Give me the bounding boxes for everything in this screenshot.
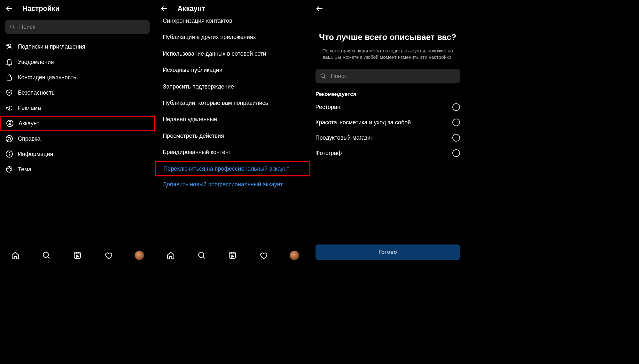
svg-point-8 bbox=[9, 152, 10, 153]
option-label: Продуктовый магазин bbox=[316, 135, 374, 141]
menu-item-ads[interactable]: Реклама bbox=[0, 100, 155, 116]
bottom-nav bbox=[155, 246, 310, 264]
account-menu: Синхронизация контактов Публикация в дру… bbox=[155, 17, 310, 246]
recommended-label: Рекомендуется bbox=[316, 91, 460, 97]
menu-label: Уведомления bbox=[18, 59, 54, 66]
screen-settings: Настройки Поиск Подписки и приглашения У… bbox=[0, 0, 155, 264]
option-label: Ресторан bbox=[316, 104, 340, 111]
menu-item-follow-invite[interactable]: Подписки и приглашения bbox=[0, 39, 155, 54]
menu-label: Конфиденциальность bbox=[18, 74, 76, 81]
svg-point-0 bbox=[11, 25, 14, 28]
svg-point-1 bbox=[8, 44, 11, 47]
menu-item-notifications[interactable]: Уведомления bbox=[0, 54, 155, 70]
menu-item-theme[interactable]: Тема bbox=[0, 162, 155, 177]
menu-item-help[interactable]: Справка bbox=[0, 131, 155, 146]
menu-label: Тема bbox=[18, 166, 31, 173]
menu-label: Аккаунт bbox=[19, 120, 39, 127]
menu-label: Подписки и приглашения bbox=[18, 43, 85, 50]
radio-icon bbox=[452, 103, 460, 111]
svg-point-12 bbox=[43, 252, 49, 257]
category-desc: По категориям люди могут находить аккаун… bbox=[316, 48, 460, 61]
search-placeholder: Поиск bbox=[19, 24, 35, 30]
list-item[interactable]: Публикации, которые вам понравились bbox=[155, 95, 310, 111]
svg-point-16 bbox=[321, 74, 325, 78]
search-placeholder: Поиск bbox=[331, 73, 347, 80]
search-input[interactable]: Поиск bbox=[5, 20, 150, 34]
avatar-icon bbox=[135, 251, 144, 260]
avatar-icon bbox=[290, 251, 299, 260]
svg-point-6 bbox=[8, 137, 11, 140]
search-nav-icon[interactable] bbox=[197, 251, 207, 260]
home-icon[interactable] bbox=[11, 251, 20, 260]
lock-icon bbox=[5, 73, 13, 81]
bell-icon bbox=[5, 58, 13, 66]
reels-icon[interactable] bbox=[73, 251, 82, 260]
profile-avatar[interactable] bbox=[135, 251, 144, 260]
search-icon bbox=[320, 73, 326, 79]
menu-item-account[interactable]: Аккаунт bbox=[0, 116, 155, 131]
list-item[interactable]: Исходные публикации bbox=[155, 62, 310, 78]
page-title: Аккаунт bbox=[177, 4, 205, 13]
svg-point-4 bbox=[9, 121, 11, 123]
menu-item-about[interactable]: Информация bbox=[0, 146, 155, 162]
person-circle-icon bbox=[6, 119, 14, 128]
menu-item-privacy[interactable]: Конфиденциальность bbox=[0, 70, 155, 85]
menu-label: Информация bbox=[18, 151, 53, 158]
svg-rect-13 bbox=[74, 252, 81, 259]
list-item[interactable]: Брендированный контент bbox=[155, 144, 310, 160]
category-title: Что лучше всего описывает вас? bbox=[316, 32, 460, 43]
category-option[interactable]: Фотограф bbox=[316, 145, 460, 161]
search-nav-icon[interactable] bbox=[42, 251, 51, 260]
list-item[interactable]: Запросить подтверждение bbox=[155, 79, 310, 95]
list-item[interactable]: Использование данных в сотовой сети bbox=[155, 46, 310, 62]
search-icon bbox=[10, 24, 15, 30]
person-plus-icon bbox=[5, 43, 13, 51]
list-item[interactable]: Публикация в других приложениях bbox=[155, 29, 310, 45]
list-item-add-professional[interactable]: Добавить новый профессиональный аккаунт bbox=[155, 176, 310, 193]
category-search-input[interactable]: Поиск bbox=[316, 69, 460, 83]
list-item[interactable]: Просмотреть действия bbox=[155, 128, 310, 144]
svg-point-11 bbox=[10, 168, 11, 169]
reels-icon[interactable] bbox=[228, 251, 237, 260]
svg-rect-2 bbox=[7, 77, 12, 80]
page-title: Настройки bbox=[22, 4, 59, 13]
home-icon[interactable] bbox=[166, 251, 175, 260]
option-label: Красота, косметика и уход за собой bbox=[316, 119, 411, 126]
bottom-nav bbox=[0, 246, 155, 264]
heart-icon[interactable] bbox=[259, 251, 268, 260]
svg-point-14 bbox=[199, 252, 204, 257]
screen-category: Что лучше всего описывает вас? По катего… bbox=[310, 0, 465, 264]
screen-account: Аккаунт Синхронизация контактов Публикац… bbox=[155, 0, 310, 264]
option-label: Фотограф bbox=[316, 150, 342, 157]
list-item-switch-professional[interactable]: Переключиться на профессиональный аккаун… bbox=[155, 161, 310, 176]
menu-label: Безопасность bbox=[18, 89, 55, 96]
info-icon bbox=[5, 150, 13, 158]
list-item[interactable]: Синхронизация контактов bbox=[155, 17, 310, 29]
category-content: Что лучше всего описывает вас? По катего… bbox=[310, 17, 465, 264]
svg-point-10 bbox=[9, 167, 10, 168]
menu-label: Справка bbox=[18, 136, 41, 142]
shield-icon bbox=[5, 89, 13, 97]
megaphone-icon bbox=[5, 104, 13, 112]
svg-point-9 bbox=[8, 168, 8, 169]
back-arrow-icon[interactable] bbox=[160, 4, 168, 13]
radio-icon bbox=[452, 149, 460, 157]
category-option[interactable]: Продуктовый магазин bbox=[316, 130, 460, 145]
menu-label: Реклама bbox=[18, 105, 41, 112]
profile-avatar[interactable] bbox=[290, 251, 299, 260]
category-option[interactable]: Ресторан bbox=[316, 99, 460, 115]
header: Настройки bbox=[0, 0, 155, 17]
menu-item-security[interactable]: Безопасность bbox=[0, 85, 155, 100]
settings-menu: Подписки и приглашения Уведомления Конфи… bbox=[0, 36, 155, 246]
help-icon bbox=[5, 135, 13, 143]
list-item[interactable]: Недавно удаленные bbox=[155, 111, 310, 128]
header bbox=[310, 0, 465, 17]
back-arrow-icon[interactable] bbox=[5, 4, 13, 13]
radio-icon bbox=[452, 134, 460, 142]
done-button[interactable]: Готово bbox=[316, 244, 460, 260]
back-arrow-icon[interactable] bbox=[316, 4, 324, 13]
radio-icon bbox=[452, 119, 460, 126]
heart-icon[interactable] bbox=[104, 251, 113, 260]
category-option[interactable]: Красота, косметика и уход за собой bbox=[316, 115, 460, 130]
header: Аккаунт bbox=[155, 0, 310, 17]
